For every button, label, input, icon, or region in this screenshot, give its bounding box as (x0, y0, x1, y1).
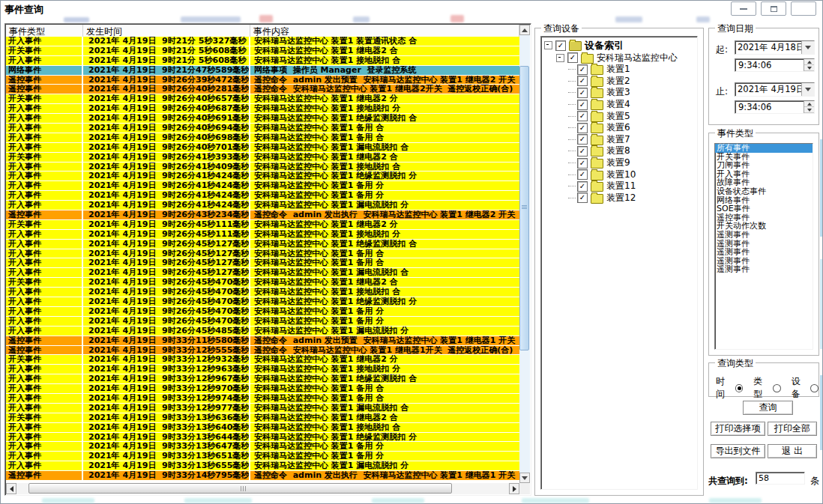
table-horizontal-scrollbar[interactable] (6, 483, 519, 494)
checkbox[interactable]: ✓ (577, 76, 588, 86)
table-row[interactable]: 开入事件2021年 4月19日 9时26分41秒424毫秒安科瑞马达监控中心 装… (6, 171, 519, 181)
scroll-left-button[interactable] (6, 483, 16, 494)
table-row[interactable]: 开入事件2021年 4月19日 9时33分12秒967毫秒安科瑞马达监控中心 装… (6, 374, 519, 384)
event-type-option[interactable]: 遥测事件 (715, 231, 813, 240)
table-row[interactable]: 开入事件2021年 4月19日 9时33分12秒977毫秒安科瑞马达监控中心 装… (6, 404, 519, 413)
table-row[interactable]: 开入事件2021年 4月19日 9时26分45秒111毫秒安科瑞马达监控中心 装… (6, 230, 519, 240)
vertical-scroll-thumb[interactable] (519, 66, 529, 350)
table-row[interactable]: 开入事件2021年 4月19日 9时26分41秒424毫秒安科瑞马达监控中心 装… (6, 181, 519, 191)
horizontal-scroll-thumb[interactable] (28, 483, 452, 494)
table-row[interactable]: 开入事件2021年 4月19日 9时26分41秒424毫秒安科瑞马达监控中心 装… (6, 201, 519, 210)
event-type-option[interactable]: 所有事件 (715, 144, 813, 153)
tree-label[interactable]: 装置9 (606, 157, 630, 169)
table-row[interactable]: 开关事件2021年 4月19日 9时21分 5秒608毫秒安科瑞马达监控中心 装… (6, 46, 519, 56)
event-type-option[interactable]: 遥测事件 (715, 257, 813, 266)
end-time-spin-buttons[interactable] (804, 101, 814, 113)
event-type-option[interactable]: 刀闸事件 (715, 161, 813, 170)
event-type-option[interactable]: 遥控事件 (715, 213, 813, 222)
table-row[interactable]: 开入事件2021年 4月19日 9时26分41秒409毫秒安科瑞马达监控中心 装… (6, 163, 519, 172)
tree-label[interactable]: 装置11 (606, 180, 636, 192)
expand-toggle[interactable] (544, 41, 552, 49)
tree-label[interactable]: 装置10 (606, 168, 636, 181)
tree-label[interactable]: 装置7 (606, 133, 630, 146)
checkbox[interactable]: ✓ (577, 111, 588, 121)
table-row[interactable]: 开关事件2021年 4月19日 9时33分12秒932毫秒安科瑞马达监控中心 装… (6, 355, 519, 365)
table-row[interactable]: 开入事件2021年 4月19日 9时33分13秒647毫秒安科瑞马达监控中心 装… (6, 442, 519, 452)
tree-label[interactable]: 装置12 (606, 192, 636, 204)
table-row[interactable]: 开入事件2021年 4月19日 9时26分40秒698毫秒安科瑞马达监控中心 装… (6, 133, 519, 143)
table-row[interactable]: 开入事件2021年 4月19日 9时26分45秒470毫秒安科瑞马达监控中心 装… (6, 288, 519, 297)
table-row[interactable]: 遥控事件2021年 4月19日 9时33分11秒580毫秒遥控命令 admin … (6, 336, 519, 346)
table-row[interactable]: 开入事件2021年 4月19日 9时33分13秒644毫秒安科瑞马达监控中心 装… (6, 433, 519, 443)
event-type-option[interactable]: 网络事件 (715, 196, 813, 205)
table-row[interactable]: 开入事件2021年 4月19日 9时33分12秒963毫秒安科瑞马达监控中心 装… (6, 365, 519, 374)
checkbox[interactable]: ✓ (577, 146, 588, 157)
print-all-button[interactable]: 打印全部 (768, 422, 817, 436)
checkbox[interactable]: ✓ (577, 181, 588, 192)
event-type-option[interactable]: SOE事件 (715, 204, 813, 213)
event-type-option[interactable]: 遥测事件 (715, 265, 813, 274)
minimize-button[interactable] (731, 1, 756, 16)
table-row[interactable]: 开入事件2021年 4月19日 9时33分13秒655毫秒安科瑞马达监控中心 装… (6, 461, 519, 471)
start-date-dropdown-button[interactable] (801, 41, 814, 54)
table-row[interactable]: 开入事件2021年 4月19日 9时26分45秒127毫秒安科瑞马达监控中心 装… (6, 258, 519, 268)
scroll-down-button[interactable] (519, 473, 530, 483)
checkbox[interactable]: ✓ (577, 134, 588, 145)
checkbox[interactable]: ✓ (577, 192, 588, 203)
table-row[interactable]: 遥控事件2021年 4月19日 9时26分39秒472毫秒遥控命令 admin … (6, 76, 519, 85)
checkbox[interactable]: ✓ (555, 40, 566, 51)
radio-button[interactable] (735, 384, 744, 392)
table-row[interactable]: 网络事件2021年 4月19日 9时21分47秒589毫秒网络事项 操作员 Ma… (6, 66, 519, 76)
table-row[interactable]: 开入事件2021年 4月19日 9时26分45秒470毫秒安科瑞马达监控中心 装… (6, 297, 519, 307)
table-row[interactable]: 遥控事件2021年 4月19日 9时26分43秒234毫秒遥控命令 admin … (6, 210, 519, 220)
checkbox[interactable]: ✓ (567, 52, 578, 63)
checkbox[interactable]: ✓ (577, 123, 588, 133)
event-type-option[interactable]: 故障事件 (715, 178, 813, 187)
event-type-option[interactable]: 遥测事件 (715, 248, 813, 257)
table-row[interactable]: 遥控事件2021年 4月19日 9时33分14秒795毫秒遥控命令 admin … (6, 471, 519, 481)
event-type-listbox[interactable]: 所有事件开关事件刀闸事件开入事件故障事件设备状态事件网络事件SOE事件遥控事件开… (714, 143, 813, 350)
checkbox[interactable]: ✓ (577, 100, 588, 110)
end-date-combobox[interactable]: 2021年 4月19日 (735, 82, 815, 97)
query-button[interactable]: 查询 (743, 401, 793, 415)
end-time-spinner[interactable]: 9:34:06 (735, 100, 815, 114)
table-row[interactable]: 开入事件2021年 4月19日 9时26分40秒701毫秒安科瑞马达监控中心 装… (6, 143, 519, 153)
export-file-button[interactable]: 导出到文件 (711, 444, 765, 458)
spin-down-button[interactable] (804, 107, 814, 113)
table-row[interactable]: 遥控事件2021年 4月19日 9时26分40秒281毫秒遥控命令 安科瑞马达监… (6, 85, 519, 94)
tree-label[interactable]: 安科瑞马达监控中心 (597, 52, 678, 64)
column-header[interactable]: 发生时间 (83, 25, 250, 37)
table-row[interactable]: 开入事件2021年 4月19日 9时26分45秒485毫秒安科瑞马达监控中心 装… (6, 327, 519, 336)
table-row[interactable]: 开入事件2021年 4月19日 9时21分 5秒327毫秒安科瑞马达监控中心 装… (6, 37, 519, 46)
table-row[interactable]: 开入事件2021年 4月19日 9时26分41秒424毫秒安科瑞马达监控中心 装… (6, 191, 519, 201)
expand-toggle[interactable] (556, 54, 564, 62)
spin-up-button[interactable] (804, 59, 814, 65)
event-type-option[interactable]: 开关事件 (715, 153, 813, 162)
table-row[interactable]: 开入事件2021年 4月19日 9时26分45秒470毫秒安科瑞马达监控中心 装… (6, 317, 519, 327)
checkbox[interactable]: ✓ (577, 88, 588, 98)
column-header[interactable]: 事件内容 (250, 25, 519, 37)
start-time-spinner[interactable]: 9:34:06 (735, 58, 815, 72)
event-type-option[interactable]: 开关动作次数 (715, 222, 813, 231)
table-row[interactable]: 开入事件2021年 4月19日 9时26分40秒687毫秒安科瑞马达监控中心 装… (6, 104, 519, 114)
result-count-field[interactable]: 58 (756, 472, 805, 485)
scroll-up-button[interactable] (519, 25, 530, 35)
spin-down-button[interactable] (804, 65, 814, 71)
checkbox[interactable]: ✓ (577, 64, 588, 75)
table-row[interactable]: 开关事件2021年 4月19日 9时26分45秒111毫秒安科瑞马达监控中心 装… (6, 220, 519, 230)
table-row[interactable]: 开关事件2021年 4月19日 9时26分41秒393毫秒安科瑞马达监控中心 装… (6, 153, 519, 163)
spin-up-button[interactable] (804, 101, 814, 107)
checkbox[interactable]: ✓ (577, 169, 588, 180)
close-button[interactable] (791, 1, 816, 16)
table-row[interactable]: 遥控事件2021年 4月19日 9时33分12秒555毫秒遥控命令 安科瑞马达监… (6, 346, 519, 356)
table-row[interactable]: 开入事件2021年 4月19日 9时26分45秒470毫秒安科瑞马达监控中心 装… (6, 307, 519, 317)
start-date-combobox[interactable]: 2021年 4月18日 (735, 40, 815, 55)
table-vertical-scrollbar[interactable] (519, 25, 530, 483)
tree-label[interactable]: 装置2 (606, 75, 630, 88)
table-row[interactable]: 开关事件2021年 4月19日 9时26分40秒657毫秒安科瑞马达监控中心 装… (6, 94, 519, 104)
table-row[interactable]: 开入事件2021年 4月19日 9时26分40秒694毫秒安科瑞马达监控中心 装… (6, 124, 519, 133)
start-time-spin-buttons[interactable] (804, 59, 814, 71)
table-row[interactable]: 开入事件2021年 4月19日 9时33分12秒970毫秒安科瑞马达监控中心 装… (6, 384, 519, 394)
tree-label[interactable]: 装置1 (606, 63, 630, 76)
scroll-right-button[interactable] (509, 483, 519, 494)
